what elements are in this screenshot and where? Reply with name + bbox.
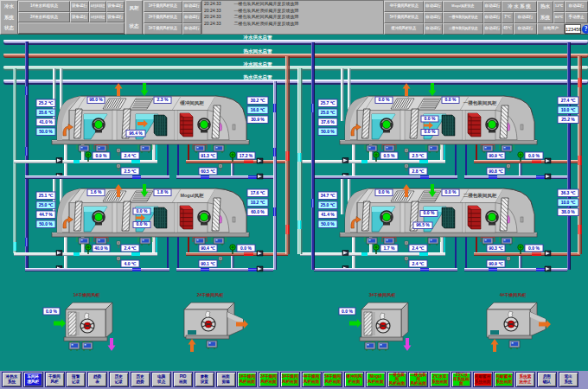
svg-text:缓冲间风柜: 缓冲间风柜 [179, 100, 204, 106]
svg-text:10.2 ℃: 10.2 ℃ [251, 200, 265, 205]
svg-text:25.1 ℃: 25.1 ℃ [39, 193, 54, 198]
svg-text:16.0 ℃: 16.0 ℃ [251, 107, 265, 112]
svg-text:10.0 ℃: 10.0 ℃ [561, 200, 576, 205]
svg-text:60.0 %: 60.0 % [251, 209, 265, 214]
svg-text:2.4 ℃: 2.4 ℃ [125, 246, 137, 251]
svg-text:38.0 %: 38.0 % [561, 209, 575, 214]
svg-text:25.0 ℃: 25.0 ℃ [321, 110, 336, 115]
svg-text:96.5 %: 96.5 % [416, 222, 430, 227]
svg-text:0.0 %: 0.0 % [425, 129, 436, 134]
svg-text:2.4 ℃: 2.4 ℃ [412, 261, 425, 266]
svg-text:2.5 ℃: 2.5 ℃ [412, 153, 425, 158]
svg-text:90.3 ℃: 90.3 ℃ [489, 246, 503, 251]
svg-text:90.9 ℃: 90.9 ℃ [489, 153, 503, 158]
svg-text:1.7 %: 1.7 % [384, 246, 395, 251]
svg-text:90.1 ℃: 90.1 ℃ [201, 261, 215, 266]
svg-text:34.7 ℃: 34.7 ℃ [321, 193, 336, 198]
svg-text:44.7 %: 44.7 % [39, 212, 53, 217]
svg-text:17.2 %: 17.2 % [240, 153, 253, 158]
svg-text:2.4 ℃: 2.4 ℃ [412, 246, 425, 251]
svg-text:2.3 %: 2.3 % [157, 97, 169, 102]
svg-text:27.4 ℃: 27.4 ℃ [561, 98, 576, 103]
svg-text:冷水回水总管: 冷水回水总管 [244, 61, 273, 67]
svg-text:41.4 %: 41.4 % [321, 212, 335, 217]
svg-text:1#干燥间风柜: 1#干燥间风柜 [74, 292, 100, 298]
svg-text:0.0 %: 0.0 % [342, 309, 353, 314]
svg-text:25.0 ℃: 25.0 ℃ [39, 202, 54, 207]
svg-text:2#干燥间风柜: 2#干燥间风柜 [197, 292, 224, 298]
svg-text:2.4 ℃: 2.4 ℃ [125, 153, 137, 158]
svg-text:0.9 %: 0.9 % [96, 153, 107, 158]
svg-text:91.3 ℃: 91.3 ℃ [201, 153, 215, 158]
svg-text:一楼包装间风柜: 一楼包装间风柜 [463, 100, 497, 106]
svg-text:1.6 %: 1.6 % [91, 189, 102, 194]
svg-text:0.0 %: 0.0 % [379, 189, 390, 194]
svg-text:冷水供水总管: 冷水供水总管 [244, 35, 273, 41]
svg-text:0.5 %: 0.5 % [384, 153, 395, 158]
svg-text:50.0 %: 50.0 % [39, 221, 53, 226]
svg-text:50.0 %: 50.0 % [39, 129, 53, 134]
svg-text:30.2 ℃: 30.2 ℃ [251, 98, 265, 103]
svg-text:50.0 %: 50.0 % [321, 129, 335, 134]
svg-text:35.6 ℃: 35.6 ℃ [39, 110, 54, 115]
svg-text:0.0 %: 0.0 % [445, 97, 457, 102]
svg-text:96.4 %: 96.4 % [129, 131, 143, 136]
svg-text:1.8 %: 1.8 % [157, 189, 169, 194]
svg-text:90.9 ℃: 90.9 ℃ [489, 261, 503, 266]
svg-text:2.5 ℃: 2.5 ℃ [125, 169, 137, 174]
svg-text:4.0 ℃: 4.0 ℃ [125, 261, 137, 266]
svg-text:二楼包装间风柜: 二楼包装间风柜 [463, 193, 497, 199]
svg-text:25.0 ℃: 25.0 ℃ [321, 202, 336, 207]
svg-text:0.0 %: 0.0 % [240, 246, 252, 251]
svg-text:0.0 %: 0.0 % [528, 246, 540, 251]
svg-text:0.0 %: 0.0 % [379, 97, 390, 102]
svg-text:90.8 ℃: 90.8 ℃ [489, 169, 503, 174]
svg-text:热水供水总管: 热水供水总管 [243, 74, 273, 80]
svg-text:30.9 %: 30.9 % [251, 117, 265, 122]
svg-text:2.8 ℃: 2.8 ℃ [412, 169, 425, 174]
svg-text:25.7 ℃: 25.7 ℃ [321, 100, 336, 105]
svg-text:0.0 %: 0.0 % [137, 221, 148, 226]
svg-text:40.0 %: 40.0 % [94, 246, 108, 251]
svg-text:25.2 %: 25.2 % [561, 117, 575, 122]
svg-text:0.0 %: 0.0 % [528, 153, 540, 158]
svg-text:98.0 %: 98.0 % [89, 97, 103, 102]
svg-text:0.0 %: 0.0 % [425, 116, 436, 121]
svg-text:36.3 ℃: 36.3 ℃ [561, 190, 576, 195]
svg-text:0.0 %: 0.0 % [46, 309, 57, 314]
svg-text:4#干燥间风柜: 4#干燥间风柜 [500, 292, 527, 298]
svg-text:60.5 ℃: 60.5 ℃ [201, 169, 215, 174]
svg-text:0.0 %: 0.0 % [445, 189, 457, 194]
svg-text:热水回水总管: 热水回水总管 [243, 48, 273, 54]
svg-text:50.0 %: 50.0 % [321, 221, 335, 226]
svg-text:Mogul风柜: Mogul风柜 [180, 193, 204, 199]
svg-text:41.0 %: 41.0 % [39, 119, 53, 124]
svg-text:0.0 %: 0.0 % [424, 210, 435, 215]
svg-text:17.6 ℃: 17.6 ℃ [251, 190, 265, 195]
svg-text:3#干燥间风柜: 3#干燥间风柜 [369, 292, 396, 298]
svg-text:10.0 ℃: 10.0 ℃ [561, 107, 576, 112]
svg-text:90.4 ℃: 90.4 ℃ [201, 246, 215, 251]
svg-text:25.2 ℃: 25.2 ℃ [39, 100, 54, 105]
svg-text:37.6 %: 37.6 % [321, 119, 335, 124]
svg-text:0.0 %: 0.0 % [137, 208, 148, 214]
